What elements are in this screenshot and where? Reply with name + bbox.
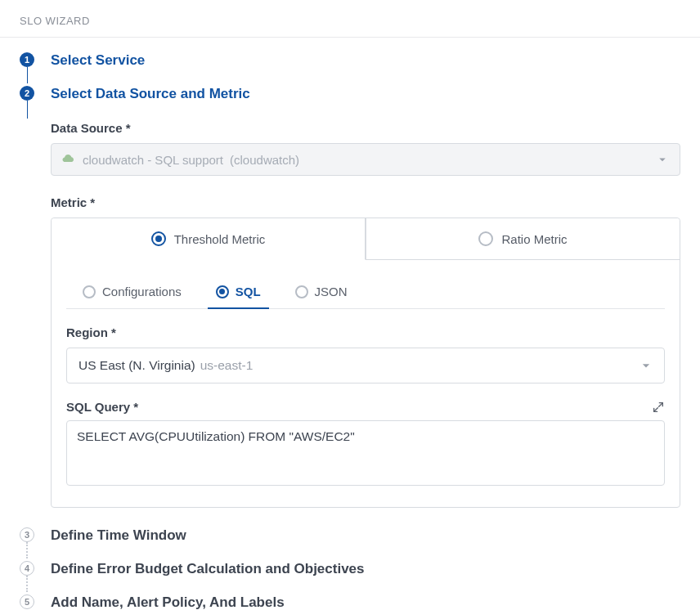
step-title-time-window[interactable]: Define Time Window [51,526,680,545]
divider [0,37,700,38]
step-title-select-data-source: Select Data Source and Metric [51,84,680,103]
step-number-3: 3 [20,527,34,542]
radio-json-icon [295,285,308,298]
step-title-select-service[interactable]: Select Service [51,51,680,70]
step-connector-3 [26,542,28,558]
data-source-suffix: (cloudwatch) [230,153,299,167]
tab-ratio-label: Ratio Metric [501,232,567,246]
metric-type-tabs: Threshold Metric Ratio Metric [52,218,680,260]
step-number-1: 1 [20,52,34,67]
step-connector-2 [27,101,29,119]
step-number-4: 4 [20,561,34,576]
step-5: 5 Add Name, Alert Policy, And Labels [20,593,680,610]
tab-threshold-metric[interactable]: Threshold Metric [52,218,366,260]
data-source-select[interactable]: cloudwatch - SQL support (cloudwatch) [51,143,680,176]
tab-threshold-label: Threshold Metric [174,232,266,246]
metric-label: Metric * [51,195,680,209]
region-code: us-east-1 [200,358,254,373]
chevron-down-icon [638,357,654,374]
subtab-sql[interactable]: SQL [211,276,266,308]
region-label: Region * [66,325,665,339]
cloudwatch-icon [61,152,76,167]
data-source-value: cloudwatch - SQL support [83,153,223,167]
step-3: 3 Define Time Window [20,526,680,545]
step-connector-1 [27,67,29,83]
region-select[interactable]: US East (N. Virginia) us-east-1 [66,348,665,383]
sql-query-input[interactable] [66,420,665,486]
subtab-sql-label: SQL [236,285,261,298]
radio-sql-icon [216,285,229,298]
step-1: 1 Select Service [20,51,680,70]
region-name: US East (N. Virginia) [79,358,195,373]
wizard-content: 1 Select Service 2 Select Data Source an… [0,51,700,610]
step-title-name-labels[interactable]: Add Name, Alert Policy, And Labels [51,593,680,610]
step-title-error-budget[interactable]: Define Error Budget Calculation and Obje… [51,559,680,578]
step-number-5: 5 [20,594,34,609]
sql-query-label: SQL Query * [66,400,138,414]
wizard-tag: SLO WIZARD [0,0,700,37]
step-4: 4 Define Error Budget Calculation and Ob… [20,559,680,578]
data-source-label: Data Source * [51,121,680,135]
tab-ratio-metric[interactable]: Ratio Metric [366,218,680,260]
query-mode-tabs: Configurations SQL JSON [66,276,665,309]
radio-threshold-icon [151,231,166,246]
radio-ratio-icon [478,231,493,246]
step-number-2: 2 [20,86,34,101]
metric-card: Threshold Metric Ratio Metric [51,218,680,508]
expand-icon[interactable] [652,401,665,414]
step-connector-4 [26,576,28,592]
subtab-configurations-label: Configurations [102,285,182,298]
chevron-down-icon [655,152,670,167]
step-2: 2 Select Data Source and Metric Data Sou… [20,84,680,508]
subtab-json-label: JSON [315,285,348,298]
subtab-configurations[interactable]: Configurations [78,276,186,308]
radio-configurations-icon [83,285,96,298]
subtab-json[interactable]: JSON [290,276,352,308]
